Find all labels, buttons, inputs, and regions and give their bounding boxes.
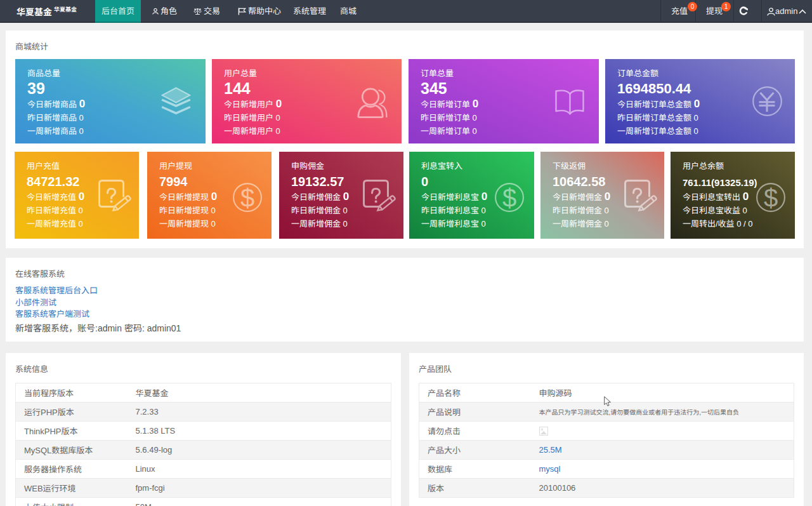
svg-text:$: $ [502,184,516,212]
svg-text:$: $ [240,184,254,212]
svg-text:$: $ [764,184,778,212]
